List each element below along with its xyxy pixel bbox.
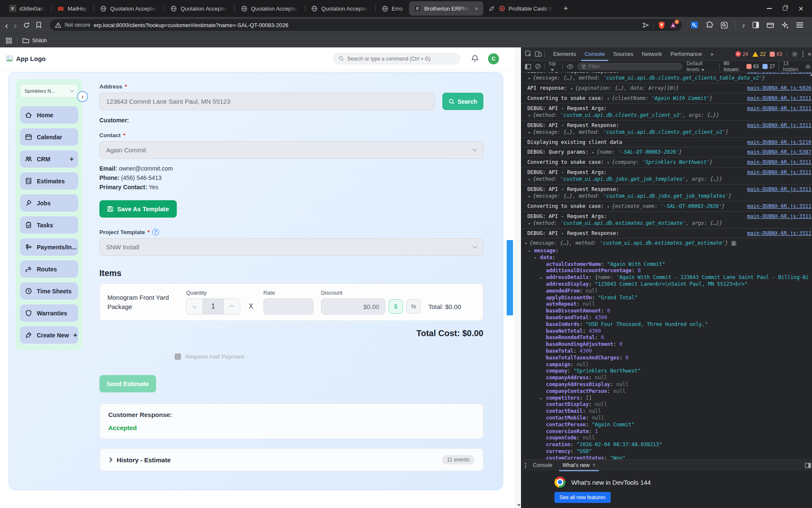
rate-input[interactable]: [263, 298, 313, 315]
tree-row[interactable]: baseTotal: 4300: [521, 348, 812, 355]
console-sidebar-icon[interactable]: [525, 64, 531, 69]
source-link[interactable]: main-DUBNX-6R.js:5387: [743, 149, 812, 155]
tree-row[interactable]: ▾message:: [521, 248, 812, 254]
discount-dollar-button[interactable]: $: [389, 299, 403, 314]
tree-row[interactable]: ▸competitors: []: [521, 395, 812, 402]
wallet-icon[interactable]: [766, 22, 774, 29]
sidebar-item-create-new[interactable]: Create New +: [20, 326, 78, 344]
console-settings-gear-icon[interactable]: [805, 64, 811, 70]
tree-row[interactable]: customCurrentStatus: "Won": [521, 455, 812, 459]
tree-row[interactable]: conversionRate: 1: [521, 428, 812, 435]
password-manager-icon[interactable]: [690, 21, 699, 29]
tab-performance[interactable]: Performance: [667, 47, 705, 61]
sidebar-item-warranties[interactable]: Warranties: [20, 304, 78, 322]
not-secure-warning-icon[interactable]: [55, 22, 61, 28]
tree-row[interactable]: contactMobile: null: [521, 415, 812, 422]
source-link[interactable]: main-DUBNX-6R.js:3311: [743, 230, 812, 237]
console-scroll-up-arrow[interactable]: [810, 74, 812, 76]
tree-row[interactable]: baseRoundedTotal: 0: [521, 334, 812, 341]
expander-icon[interactable]: ▸: [540, 395, 542, 402]
tree-row[interactable]: ▾data:: [521, 254, 812, 261]
drawer-tab-console[interactable]: Console: [529, 460, 556, 471]
sidebar-item-estimates[interactable]: Estimates: [20, 172, 78, 190]
tree-row[interactable]: company: "Sprinklers Northwest": [521, 368, 812, 375]
issues-blue-count[interactable]: 27: [763, 64, 775, 69]
brave-shield-icon[interactable]: [658, 21, 665, 29]
music-note-icon[interactable]: ♪: [742, 22, 746, 29]
tree-row[interactable]: contactPerson: "Again Commit": [521, 422, 812, 428]
browser-tab[interactable]: Profitable Casts W: [483, 1, 560, 16]
sidebar-item-jobs[interactable]: Jobs: [20, 194, 78, 212]
sidebar-item-home[interactable]: Home: [20, 106, 78, 124]
drawer-tab-whats-new[interactable]: What's new ×: [559, 460, 599, 471]
help-icon[interactable]: ?: [152, 229, 159, 235]
tab-elements[interactable]: Elements: [550, 47, 579, 61]
search-button[interactable]: Search: [442, 93, 483, 110]
tree-row[interactable]: currency: "USD": [521, 448, 812, 455]
tree-row[interactable]: baseDiscountAmount: 0: [521, 308, 812, 315]
tree-row[interactable]: baseNetTotal: 4300: [521, 328, 812, 335]
tree-row[interactable]: contactDisplay: null: [521, 401, 812, 408]
sidebar-collapse-button[interactable]: ‹: [77, 91, 88, 102]
sidebar-item-crm[interactable]: CRM +: [20, 150, 78, 168]
tree-row[interactable]: campaign: null: [521, 362, 812, 368]
browser-tab[interactable]: Quotation Accepted: [165, 1, 233, 16]
tree-row[interactable]: baseRoundingAdjustment: 0: [521, 341, 812, 348]
tab-sources[interactable]: Sources: [610, 47, 637, 61]
drawer-tab-close-icon[interactable]: ×: [593, 462, 595, 468]
source-link[interactable]: main-DUBNX-6R.js:5026: [743, 85, 812, 91]
reload-icon[interactable]: [23, 22, 30, 29]
tree-row[interactable]: additionalDiscountPercentage: 0: [521, 268, 812, 274]
inspect-icon[interactable]: [525, 50, 532, 58]
source-link[interactable]: main-DUBNX-6R.js:3311: [743, 159, 812, 166]
send-estimate-button[interactable]: Send Estimate: [99, 375, 156, 392]
source-link[interactable]: main-DUBNX-6R.js:5210: [743, 139, 812, 146]
send-tab-icon[interactable]: [642, 22, 649, 28]
back-arrow-icon[interactable]: ‹: [5, 21, 8, 30]
sidebar-item-routes[interactable]: Routes: [20, 260, 78, 278]
source-link[interactable]: main-DUBNX-6R.js:3311: [743, 105, 812, 112]
clear-console-icon[interactable]: [535, 64, 541, 69]
avatar[interactable]: C: [488, 53, 499, 64]
leo-sparkle-icon[interactable]: [781, 21, 789, 29]
search-input[interactable]: [347, 56, 455, 62]
tab-network[interactable]: Network: [639, 47, 666, 61]
issues-badge[interactable]: 63: [770, 51, 782, 57]
browser-tab[interactable]: MailHog: [52, 1, 93, 16]
devtools-close-icon[interactable]: ×: [808, 50, 812, 58]
settings-gear-icon[interactable]: [791, 51, 798, 58]
browser-tab[interactable]: Quotation Accepted: [236, 1, 304, 16]
tree-row[interactable]: baseGrandTotal: 4300: [521, 315, 812, 321]
browser-tab[interactable]: Quotation Accepted: [95, 1, 163, 16]
tree-row[interactable]: contactEmail: null: [521, 408, 812, 415]
quantity-value[interactable]: 1: [203, 298, 223, 315]
tree-row[interactable]: autoRepeat: null: [521, 301, 812, 308]
sidebar-item-time-sheets[interactable]: Time Sheets: [20, 282, 78, 300]
tree-row[interactable]: creation: "2026-02-04 08:37:48.038213": [521, 442, 812, 448]
browser-tab-active[interactable]: E Brotherton ERPNe ×: [409, 1, 483, 16]
discount-input[interactable]: $0.00: [321, 298, 385, 315]
bell-icon[interactable]: [471, 55, 479, 63]
source-link[interactable]: main-DUBNX-6R.js:3311: [743, 169, 812, 176]
apps-grid-icon[interactable]: [6, 38, 12, 44]
issues-red-count[interactable]: 63: [746, 64, 759, 69]
drawer-kebab-icon[interactable]: [525, 463, 526, 468]
tree-row[interactable]: ▸addressDetails: {name: 'Again With Comm…: [521, 274, 812, 281]
expander-icon[interactable]: ▾: [534, 255, 536, 262]
page-search-icon[interactable]: [720, 21, 728, 29]
source-link[interactable]: main-DUBNX-6R.js:3311: [743, 95, 812, 102]
source-link[interactable]: main-DUBNX-6R.js:3311: [743, 213, 812, 220]
issues-count-label[interactable]: 90 Issues:: [724, 61, 743, 72]
forward-arrow-icon[interactable]: ›: [14, 21, 17, 30]
tree-row[interactable]: amendedFrom: null: [521, 288, 812, 295]
quantity-decrement-button[interactable]: [186, 298, 203, 315]
sidebar-item-payments[interactable]: Payments/In...: [20, 238, 78, 256]
new-tab-button[interactable]: +: [563, 4, 568, 13]
project-template-select[interactable]: SNW Install: [99, 238, 483, 256]
browser-tab[interactable]: Quotation Accepted: [306, 1, 374, 16]
console-filter[interactable]: [577, 63, 683, 70]
filter-input[interactable]: [588, 64, 678, 69]
browser-tab[interactable]: E d3i9ei0ar4: [4, 1, 50, 16]
live-expression-eye-icon[interactable]: [567, 64, 573, 69]
half-payment-checkbox[interactable]: ✓: [175, 353, 181, 360]
